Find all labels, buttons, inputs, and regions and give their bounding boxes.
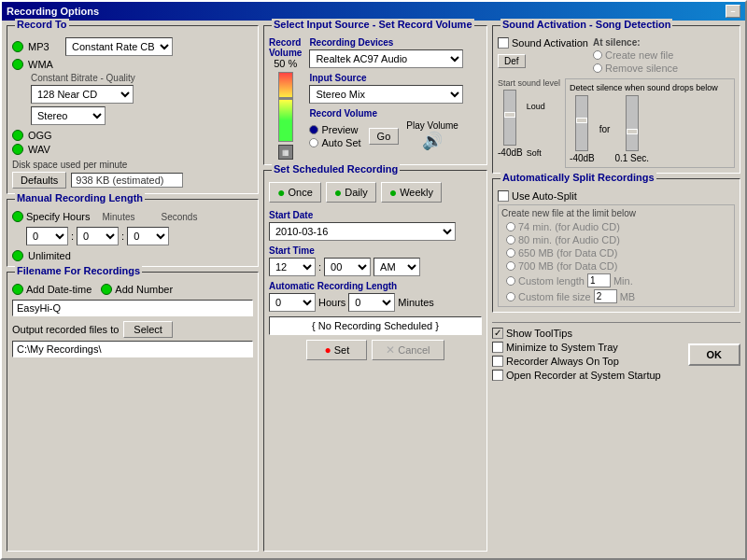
wma-row: WMA [12,59,253,70]
split-panel: Automatically Split Recordings Use Auto-… [492,178,740,313]
open-at-startup-checkbox[interactable] [492,370,503,381]
start-date-label: Start Date [269,210,482,220]
manual-length-panel: Manual Recording Length Specify Hours Mi… [7,199,259,267]
datetime-indicator [12,284,23,295]
autoset-radio[interactable] [309,138,318,147]
auto-minutes-select[interactable]: 0 [348,293,395,312]
scheduled-title: Set Scheduled Recording [272,163,400,175]
diskspace-value: 938 KB (estimated) [71,173,183,188]
custom-length-unit: Min. [613,275,633,287]
sa-sliders-area: -40dB Loud Soft [498,90,560,158]
minutes-time-select[interactable]: 00 [324,258,371,276]
cancel-label: Cancel [398,344,430,356]
vol-slider-container [278,72,293,142]
bitrate-row: 128 Near CD [31,85,253,104]
always-on-top-label: Recorder Always On Top [506,356,619,367]
number-indicator [101,284,112,295]
weekly-label: Weekly [400,187,433,198]
ok-button[interactable]: OK [688,343,741,366]
sa-left-area: Sound Activation Def [498,37,588,74]
auto-split-checkbox[interactable] [498,190,509,202]
remove-silence-radio[interactable] [593,63,602,73]
recording-device-select[interactable]: Realtek AC97 Audio [309,49,463,68]
sound-activation-label: Sound Activation [512,37,588,49]
create-new-file-radio[interactable] [593,50,602,60]
colon1: : [71,231,74,242]
hours-select[interactable]: 0 [26,227,68,245]
custom-size-input[interactable] [594,289,617,303]
sa-track-sec[interactable] [626,95,639,151]
record-to-title: Record To [15,19,69,30]
daily-button[interactable]: ● Daily [326,182,376,203]
minimize-tray-label: Minimize to System Tray [506,342,618,353]
record-vol-pct: 50 % [274,58,297,69]
auto-split-item: Use Auto-Split [498,190,735,202]
start-date-select[interactable]: 2010-03-16 [269,222,456,241]
filename-input[interactable] [12,300,253,316]
seconds-select[interactable]: 0 [127,227,169,245]
detect-silence-text: Detect silence when sound drops below [570,83,718,92]
specify-label: Specify Hours [26,211,90,222]
split-option-74: 74 min. (for Audio CD) [506,221,731,232]
minutes-select[interactable]: 0 [77,227,119,245]
mp3-indicator [12,41,23,52]
mp3-mode-select[interactable]: Constant Rate CBR [65,37,173,56]
set-button[interactable]: ● Set [306,340,367,360]
cancel-dot: ✕ [386,343,395,357]
mp3-row: MP3 Constant Rate CBR [12,37,253,56]
autoset-option: Auto Set [309,137,360,148]
soft-label: Soft [527,148,545,158]
title-bar-buttons: – [726,5,740,18]
sound-activation-checkbox[interactable] [498,37,509,49]
input-source-select[interactable]: Stereo Mix [309,85,463,104]
always-on-top-item: Recorder Always On Top [492,356,661,367]
preview-radio[interactable] [309,125,318,134]
set-label: Set [334,344,350,356]
volume-devices-row: RecordVolume 50 % ▦ Recording [269,37,482,160]
sound-activation-title: Sound Activation - Song Detection [500,19,672,30]
minimize-tray-checkbox[interactable] [492,342,503,353]
defaults-button[interactable]: Defaults [12,172,66,189]
volume-slider-track[interactable] [278,72,293,142]
sa-track-right[interactable] [575,95,588,151]
always-on-top-checkbox[interactable] [492,356,503,367]
specify-row: Specify Hours Minutes Seconds [12,211,253,222]
split-radio-custom-size[interactable] [506,292,515,301]
once-button[interactable]: ● Once [269,182,321,203]
sa-thumb-left [504,112,515,118]
filename-title: Filename For Recordings [15,265,142,276]
minimize-button[interactable]: – [726,5,740,18]
sa-track-left[interactable] [503,90,516,146]
speaker-icon: 🔊 [422,131,443,151]
go-button[interactable]: Go [369,128,400,145]
auto-hours-select[interactable]: 0 [269,293,316,312]
add-number-label: Add Number [115,284,173,295]
select-button[interactable]: Select [123,321,173,338]
recvol-section-label: Record Volume [309,108,482,119]
stereo-select[interactable]: Stereo [31,106,106,125]
sa-thumb-right [576,118,587,123]
specify-indicator [12,211,23,222]
create-new-file-label: Create new file [605,49,673,61]
split-radio-80[interactable] [506,235,515,245]
record-volume-area: RecordVolume 50 % ▦ [269,37,302,160]
cancel-button[interactable]: ✕ Cancel [372,340,444,360]
split-radio-650[interactable] [506,248,515,258]
hours-time-select[interactable]: 12 [269,258,316,276]
split-radio-74[interactable] [506,222,515,231]
preview-option: Preview [309,124,360,135]
split-radio-custom-len[interactable] [506,276,515,286]
weekly-button[interactable]: ● Weekly [381,182,442,203]
play-volume-area: Play Volume 🔊 [406,120,458,151]
autoset-label: Auto Set [321,137,360,148]
split-radio-700[interactable] [506,261,515,271]
create-new-file-option: Create new file [593,49,735,61]
ampm-select[interactable]: AM [374,258,420,276]
colon2: : [121,231,124,242]
bitrate-select[interactable]: 128 Near CD [31,85,134,104]
def-button[interactable]: Def [498,54,526,68]
ogg-label: OGG [28,130,61,141]
show-tooltips-checkbox[interactable]: ✓ [492,328,503,339]
custom-length-input[interactable] [587,273,611,287]
output-path-input[interactable] [12,341,253,357]
